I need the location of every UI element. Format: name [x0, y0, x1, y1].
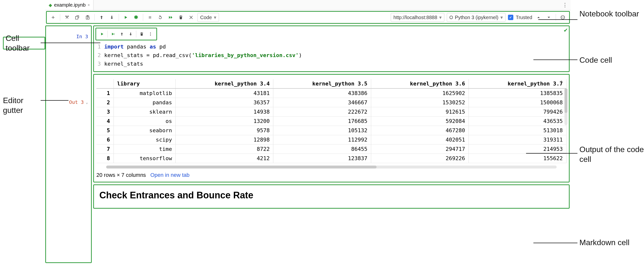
code-text[interactable]: kernel_stats = pd.read_csv('libraries_by… — [104, 51, 302, 60]
svg-point-2 — [150, 35, 151, 36]
line-number: 3 — [94, 60, 104, 68]
open-in-new-tab-link[interactable]: Open in new tab — [150, 172, 190, 178]
delete-cell-button[interactable] — [138, 30, 146, 38]
kernel-status-icon — [450, 16, 453, 19]
scroll-up-button[interactable] — [535, 14, 542, 21]
table-row[interactable]: 3sklearn14938222672912615799426 — [96, 107, 566, 116]
annotation-cell-toolbar: Cell toolbar — [3, 37, 45, 50]
run-all-button[interactable] — [167, 14, 174, 21]
table-row[interactable]: 5seaborn9578105132467280513018 — [96, 126, 566, 135]
file-tab[interactable]: ◆ example.ipynb × — [45, 0, 94, 10]
chevron-down-icon: ▾ — [500, 15, 503, 20]
scroll-down-button[interactable] — [545, 14, 553, 21]
delete-cell-button[interactable] — [177, 14, 185, 21]
cell-type-select[interactable]: Code ▾ — [198, 13, 219, 22]
table-row[interactable]: 8tensorflow4212123837269226155622 — [96, 154, 566, 163]
editor-gutter: In 3 Out 3 ⌄ — [45, 26, 92, 263]
notebook-toolbar: Code ▾ http://localhost:8888 ▾ Python 3 … — [46, 11, 570, 24]
paste-button[interactable] — [84, 14, 92, 21]
code-cell[interactable]: ✔ 1import pandas as pd2kernel_stats = pd… — [93, 26, 570, 72]
left-annotation-column: Cell toolbar Editor gutter — [0, 0, 45, 264]
chevron-down-icon: ▾ — [214, 15, 216, 20]
tab-bar-more-icon[interactable]: ⋮ — [562, 2, 568, 8]
annotation-editor-gutter: Editor gutter — [3, 96, 45, 115]
table-header[interactable]: kernel_python 3.4 — [176, 79, 273, 88]
line-number: 2 — [94, 51, 104, 60]
markdown-heading: Check Entrances and Bounce Rate — [99, 190, 564, 201]
svg-point-1 — [150, 34, 151, 35]
dataframe-table: librarykernel_python 3.4kernel_python 3.… — [96, 79, 566, 163]
annotation-output: Output of the code cell — [580, 144, 644, 164]
cell-type-label: Code — [200, 15, 212, 20]
move-cell-up-button[interactable] — [118, 30, 126, 38]
trusted-checkbox[interactable]: ✓ — [508, 15, 513, 20]
table-header[interactable]: kernel_python 3.7 — [468, 79, 566, 88]
run-and-select-button[interactable] — [109, 30, 117, 38]
dataframe-shape-label: 20 rows × 7 columns — [96, 172, 146, 178]
table-header[interactable]: kernel_python 3.5 — [273, 79, 371, 88]
server-url-label: http://localhost:8888 — [394, 15, 437, 20]
restart-kernel-button[interactable] — [156, 14, 164, 21]
scrollbar-horizontal[interactable] — [106, 166, 557, 168]
table-row[interactable]: 6scipy12898112992402051319311 — [96, 135, 566, 144]
cell-executed-check-icon: ✔ — [564, 27, 568, 34]
globe-icon[interactable] — [559, 14, 567, 21]
run-cell-button[interactable] — [98, 30, 106, 38]
annotation-code-cell: Code cell — [580, 55, 612, 65]
notebook-editor: ◆ example.ipynb × ⋮ Code ▾ http://loca — [45, 0, 570, 264]
chevron-down-icon: ⌄ — [86, 100, 88, 105]
table-row[interactable]: 2pandas3635734666715302521500068 — [96, 98, 566, 107]
table-row[interactable]: 4os13200176685592084436535 — [96, 116, 566, 126]
line-number: 1 — [94, 42, 104, 51]
table-header[interactable]: library — [114, 79, 176, 88]
move-up-button[interactable] — [98, 14, 106, 21]
cell-execution-out-label[interactable]: Out 3 ⌄ — [69, 99, 88, 105]
kernel-select[interactable]: Python 3 (ipykernel) ▾ — [447, 13, 506, 22]
trusted-label: Trusted — [516, 15, 532, 20]
file-tab-label: example.ipynb — [54, 2, 86, 8]
cell-execution-in-label: In 3 — [76, 34, 88, 40]
scrollbar-vertical[interactable] — [564, 88, 568, 125]
clear-output-button[interactable] — [187, 14, 195, 21]
code-cell-output: ⋮ librarykernel_python 3.4kernel_python … — [93, 74, 570, 182]
cut-button[interactable] — [63, 14, 71, 21]
code-text[interactable]: kernel_stats — [104, 60, 143, 68]
right-annotation-column: Notebook toolbar Code cell Output of the… — [570, 0, 644, 264]
interrupt-button[interactable] — [146, 14, 154, 21]
cell-toolbar — [96, 28, 157, 40]
chevron-down-icon: ▾ — [439, 15, 442, 20]
cell-more-icon[interactable] — [146, 30, 154, 38]
output-more-icon[interactable]: ⋮ — [558, 80, 564, 86]
svg-point-0 — [150, 32, 151, 33]
table-header[interactable]: kernel_python 3.6 — [371, 79, 468, 88]
table-header[interactable] — [96, 79, 114, 88]
close-tab-icon[interactable]: × — [88, 3, 90, 7]
annotation-markdown-cell: Markdown cell — [580, 237, 630, 247]
server-select[interactable]: http://localhost:8888 ▾ — [391, 13, 444, 22]
move-down-button[interactable] — [108, 14, 116, 21]
code-text[interactable]: import pandas as pd — [104, 42, 166, 51]
table-row[interactable]: 7time872286455294717214953 — [96, 144, 566, 154]
debug-button[interactable] — [132, 14, 140, 21]
add-cell-button[interactable] — [49, 14, 57, 21]
move-cell-down-button[interactable] — [127, 30, 134, 38]
notebook-file-icon: ◆ — [49, 3, 52, 8]
annotation-notebook-toolbar: Notebook toolbar — [580, 9, 639, 19]
run-cell-button[interactable] — [122, 14, 130, 21]
table-row[interactable]: 1matplotlib4318143838616259021385835 — [96, 88, 566, 98]
editor-tab-bar: ◆ example.ipynb × ⋮ — [45, 0, 570, 10]
markdown-cell[interactable]: Check Entrances and Bounce Rate — [93, 184, 570, 209]
copy-button[interactable] — [74, 14, 81, 21]
kernel-name-label: Python 3 (ipykernel) — [455, 15, 498, 20]
